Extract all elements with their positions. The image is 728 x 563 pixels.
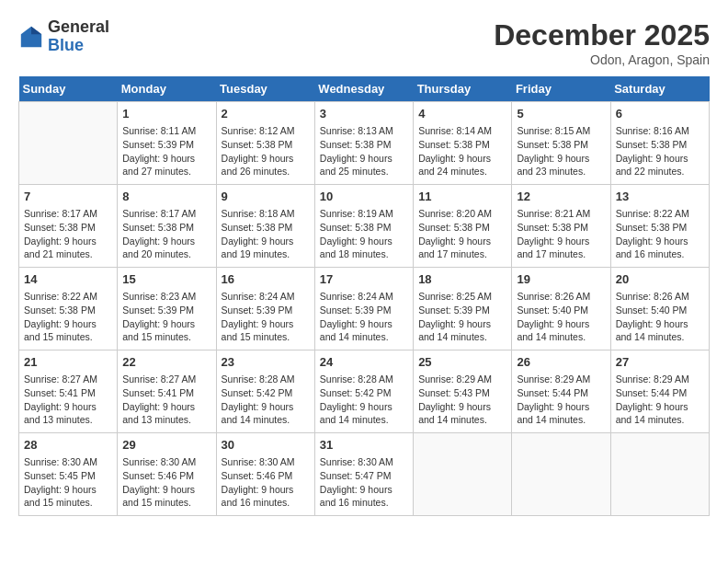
day-info: Sunrise: 8:16 AM Sunset: 5:38 PM Dayligh… <box>616 124 704 178</box>
weekday-header: Saturday <box>610 76 709 102</box>
weekday-header: Wednesday <box>314 76 413 102</box>
day-number: 24 <box>320 354 408 371</box>
calendar-cell: 3Sunrise: 8:13 AM Sunset: 5:38 PM Daylig… <box>314 102 413 185</box>
day-info: Sunrise: 8:14 AM Sunset: 5:38 PM Dayligh… <box>418 124 506 178</box>
day-number: 29 <box>122 437 210 454</box>
calendar-cell: 17Sunrise: 8:24 AM Sunset: 5:39 PM Dayli… <box>314 268 413 350</box>
day-info: Sunrise: 8:15 AM Sunset: 5:38 PM Dayligh… <box>517 124 605 178</box>
weekday-header: Monday <box>118 76 216 102</box>
calendar-cell: 16Sunrise: 8:24 AM Sunset: 5:39 PM Dayli… <box>216 268 314 350</box>
calendar-cell: 30Sunrise: 8:30 AM Sunset: 5:46 PM Dayli… <box>216 433 314 516</box>
day-info: Sunrise: 8:24 AM Sunset: 5:39 PM Dayligh… <box>320 290 408 344</box>
calendar-cell <box>610 433 709 516</box>
day-number: 9 <box>222 189 310 205</box>
calendar-cell: 5Sunrise: 8:15 AM Sunset: 5:38 PM Daylig… <box>512 102 610 185</box>
calendar-header-row: SundayMondayTuesdayWednesdayThursdayFrid… <box>19 76 710 102</box>
day-info: Sunrise: 8:26 AM Sunset: 5:40 PM Dayligh… <box>517 290 605 344</box>
day-info: Sunrise: 8:13 AM Sunset: 5:38 PM Dayligh… <box>320 124 408 178</box>
calendar-cell: 27Sunrise: 8:29 AM Sunset: 5:44 PM Dayli… <box>610 350 709 433</box>
day-info: Sunrise: 8:27 AM Sunset: 5:41 PM Dayligh… <box>24 373 112 427</box>
day-info: Sunrise: 8:28 AM Sunset: 5:42 PM Dayligh… <box>320 373 408 427</box>
day-number: 3 <box>320 106 408 122</box>
calendar-cell: 14Sunrise: 8:22 AM Sunset: 5:38 PM Dayli… <box>19 268 118 350</box>
logo: General Blue <box>18 18 109 55</box>
svg-marker-1 <box>31 27 41 34</box>
month-title: December 2025 <box>494 18 710 52</box>
day-info: Sunrise: 8:19 AM Sunset: 5:38 PM Dayligh… <box>320 207 408 261</box>
day-info: Sunrise: 8:27 AM Sunset: 5:41 PM Dayligh… <box>122 373 210 427</box>
day-number: 25 <box>418 354 506 371</box>
calendar-cell: 28Sunrise: 8:30 AM Sunset: 5:45 PM Dayli… <box>19 433 118 516</box>
day-info: Sunrise: 8:17 AM Sunset: 5:38 PM Dayligh… <box>122 207 210 261</box>
day-info: Sunrise: 8:18 AM Sunset: 5:38 PM Dayligh… <box>222 207 310 261</box>
day-number: 13 <box>616 189 704 205</box>
weekday-header: Sunday <box>19 76 118 102</box>
calendar-cell: 7Sunrise: 8:17 AM Sunset: 5:38 PM Daylig… <box>19 185 118 268</box>
calendar-cell <box>512 433 610 516</box>
day-number: 18 <box>418 271 506 288</box>
day-info: Sunrise: 8:30 AM Sunset: 5:45 PM Dayligh… <box>24 455 112 510</box>
day-number: 6 <box>616 106 704 122</box>
day-info: Sunrise: 8:29 AM Sunset: 5:43 PM Dayligh… <box>418 373 506 427</box>
day-info: Sunrise: 8:30 AM Sunset: 5:46 PM Dayligh… <box>122 455 210 510</box>
title-block: December 2025 Odon, Aragon, Spain <box>494 18 710 67</box>
calendar-cell <box>19 102 118 185</box>
day-info: Sunrise: 8:22 AM Sunset: 5:38 PM Dayligh… <box>24 290 112 344</box>
calendar-cell: 15Sunrise: 8:23 AM Sunset: 5:39 PM Dayli… <box>118 268 216 350</box>
calendar-cell: 18Sunrise: 8:25 AM Sunset: 5:39 PM Dayli… <box>414 268 512 350</box>
day-number: 2 <box>222 106 310 122</box>
calendar-cell: 31Sunrise: 8:30 AM Sunset: 5:47 PM Dayli… <box>314 433 413 516</box>
calendar-cell: 8Sunrise: 8:17 AM Sunset: 5:38 PM Daylig… <box>118 185 216 268</box>
day-number: 30 <box>222 437 310 454</box>
day-number: 21 <box>24 354 112 371</box>
day-number: 28 <box>24 437 112 454</box>
day-info: Sunrise: 8:29 AM Sunset: 5:44 PM Dayligh… <box>517 373 605 427</box>
calendar-cell: 4Sunrise: 8:14 AM Sunset: 5:38 PM Daylig… <box>414 102 512 185</box>
day-number: 19 <box>517 271 605 288</box>
calendar-cell: 23Sunrise: 8:28 AM Sunset: 5:42 PM Dayli… <box>216 350 314 433</box>
calendar-week-row: 21Sunrise: 8:27 AM Sunset: 5:41 PM Dayli… <box>19 350 710 433</box>
day-info: Sunrise: 8:22 AM Sunset: 5:38 PM Dayligh… <box>616 207 704 261</box>
day-number: 14 <box>24 271 112 288</box>
day-info: Sunrise: 8:30 AM Sunset: 5:47 PM Dayligh… <box>320 455 408 510</box>
day-info: Sunrise: 8:23 AM Sunset: 5:39 PM Dayligh… <box>122 290 210 344</box>
day-info: Sunrise: 8:20 AM Sunset: 5:38 PM Dayligh… <box>418 207 506 261</box>
day-info: Sunrise: 8:17 AM Sunset: 5:38 PM Dayligh… <box>24 207 112 261</box>
calendar-table: SundayMondayTuesdayWednesdayThursdayFrid… <box>18 76 710 516</box>
weekday-header: Friday <box>512 76 610 102</box>
day-info: Sunrise: 8:30 AM Sunset: 5:46 PM Dayligh… <box>222 455 310 510</box>
calendar-cell: 26Sunrise: 8:29 AM Sunset: 5:44 PM Dayli… <box>512 350 610 433</box>
day-number: 22 <box>122 354 210 371</box>
day-info: Sunrise: 8:12 AM Sunset: 5:38 PM Dayligh… <box>222 124 310 178</box>
calendar-week-row: 1Sunrise: 8:11 AM Sunset: 5:39 PM Daylig… <box>19 102 710 185</box>
calendar-cell: 10Sunrise: 8:19 AM Sunset: 5:38 PM Dayli… <box>314 185 413 268</box>
calendar-cell: 25Sunrise: 8:29 AM Sunset: 5:43 PM Dayli… <box>414 350 512 433</box>
calendar-week-row: 14Sunrise: 8:22 AM Sunset: 5:38 PM Dayli… <box>19 268 710 350</box>
calendar-cell: 24Sunrise: 8:28 AM Sunset: 5:42 PM Dayli… <box>314 350 413 433</box>
day-info: Sunrise: 8:28 AM Sunset: 5:42 PM Dayligh… <box>222 373 310 427</box>
day-info: Sunrise: 8:24 AM Sunset: 5:39 PM Dayligh… <box>222 290 310 344</box>
weekday-header: Thursday <box>414 76 512 102</box>
calendar-cell: 12Sunrise: 8:21 AM Sunset: 5:38 PM Dayli… <box>512 185 610 268</box>
day-number: 12 <box>517 189 605 205</box>
location: Odon, Aragon, Spain <box>494 52 710 67</box>
day-info: Sunrise: 8:21 AM Sunset: 5:38 PM Dayligh… <box>517 207 605 261</box>
calendar-cell: 9Sunrise: 8:18 AM Sunset: 5:38 PM Daylig… <box>216 185 314 268</box>
calendar-cell <box>414 433 512 516</box>
calendar-cell: 6Sunrise: 8:16 AM Sunset: 5:38 PM Daylig… <box>610 102 709 185</box>
logo-line1: General <box>48 17 109 36</box>
day-info: Sunrise: 8:29 AM Sunset: 5:44 PM Dayligh… <box>616 373 704 427</box>
logo-icon <box>18 24 44 50</box>
calendar-cell: 22Sunrise: 8:27 AM Sunset: 5:41 PM Dayli… <box>118 350 216 433</box>
day-info: Sunrise: 8:11 AM Sunset: 5:39 PM Dayligh… <box>122 124 210 178</box>
day-number: 20 <box>616 271 704 288</box>
calendar-cell: 2Sunrise: 8:12 AM Sunset: 5:38 PM Daylig… <box>216 102 314 185</box>
logo-line2: Blue <box>48 36 84 54</box>
calendar-cell: 1Sunrise: 8:11 AM Sunset: 5:39 PM Daylig… <box>118 102 216 185</box>
day-number: 7 <box>24 189 112 205</box>
calendar-cell: 11Sunrise: 8:20 AM Sunset: 5:38 PM Dayli… <box>414 185 512 268</box>
calendar-cell: 13Sunrise: 8:22 AM Sunset: 5:38 PM Dayli… <box>610 185 709 268</box>
logo-text: General Blue <box>48 18 109 55</box>
calendar-body: 1Sunrise: 8:11 AM Sunset: 5:39 PM Daylig… <box>19 102 710 516</box>
day-number: 26 <box>517 354 605 371</box>
